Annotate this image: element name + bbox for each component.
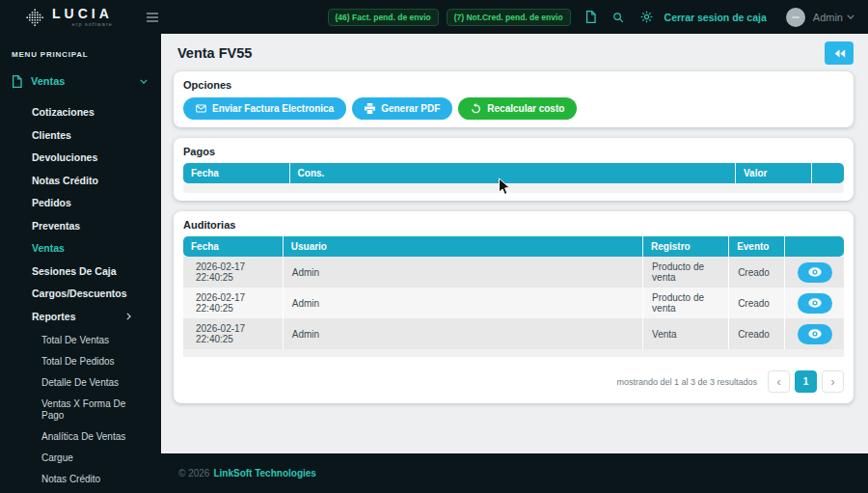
sidebar-subitem-total-de-pedidos[interactable]: Total De Pedidos [0, 351, 161, 372]
sidebar-subitem-total-de-ventas[interactable]: Total De Ventas [0, 330, 161, 351]
sidebar-section-label: MENU PRINCIPAL [0, 50, 161, 59]
pagos-empty-body [183, 183, 844, 193]
main-content: Venta FV55 Opciones Enviar Factura Elect… [161, 34, 868, 453]
audit-col-usuario: Usuario [283, 236, 642, 257]
sidebar-subitem-analitica-de-ventas[interactable]: Analítica De Ventas [0, 426, 161, 448]
settings-nav-button[interactable] [638, 9, 655, 25]
file-icon [585, 11, 596, 23]
envelope-icon [196, 104, 206, 113]
pagination-prev-button[interactable]: ‹ [768, 370, 790, 393]
navbar-right: (46) Fact. pend. de envio (7) Not.Cred. … [320, 8, 868, 27]
generar-pdf-button[interactable]: Generar PDF [352, 97, 452, 120]
view-audit-button[interactable] [798, 262, 832, 283]
pagos-col-valor: Valor [735, 163, 811, 183]
eye-icon [808, 329, 822, 339]
footer: © 2026 LinkSoft Technologies [161, 453, 868, 493]
sidebar-item-cotizaciones[interactable]: Cotizaciones [0, 101, 161, 124]
pagos-card: Pagos Fecha Cons. Valor [174, 138, 854, 201]
sidebar-item-reportes[interactable]: Reportes [0, 306, 161, 329]
auditorias-empty-strip [183, 349, 844, 357]
sidebar-parent-toggle [140, 79, 148, 84]
audit-cell-fecha: 2026-02-17 22:40:25 [183, 288, 283, 318]
brand-text: LUCIA erp software [52, 7, 113, 27]
facturas-pendientes-badge[interactable]: (46) Fact. pend. de envio [328, 9, 439, 26]
footer-copyright: © 2026 [178, 468, 209, 479]
recalcular-costo-button[interactable]: Recalcular costo [458, 97, 577, 120]
printer-icon [365, 103, 375, 114]
user-menu-toggle[interactable] [847, 14, 854, 19]
view-audit-button[interactable] [798, 324, 832, 344]
pagination-next-button[interactable]: › [822, 370, 844, 393]
diamond-dots-logo-icon [24, 7, 45, 28]
fast-backward-icon [833, 48, 846, 59]
sidebar-item-notas-credito[interactable]: Notas Crédito [0, 170, 161, 193]
audit-cell-evento: Creado [728, 257, 784, 288]
audit-cell-usuario: Admin [283, 288, 642, 318]
hamburger-icon [147, 13, 158, 22]
sidebar-subitem-cargue[interactable]: Cargue [0, 448, 161, 469]
user-avatar[interactable] [786, 8, 805, 27]
audit-col-fecha: Fecha [183, 236, 283, 257]
sidebar-item-devoluciones[interactable]: Devoluciones [0, 147, 161, 170]
sidebar-item-cargos-descuentos[interactable]: Cargos/Descuentos [0, 283, 161, 306]
pagos-title: Pagos [183, 146, 844, 157]
pagination-page-button[interactable]: 1 [795, 370, 817, 393]
sidebar-item-ventas[interactable]: Ventas [0, 237, 161, 260]
pagos-header-row: Fecha Cons. Valor [183, 163, 844, 183]
auditorias-header-row: Fecha Usuario Registro Evento [183, 236, 844, 257]
eye-icon [808, 267, 822, 277]
footer-company-link[interactable]: LinkSoft Technologies [213, 468, 315, 479]
enviar-factura-electronica-button[interactable]: Enviar Factura Electronica [183, 97, 346, 120]
auditorias-card: Auditorias Fecha Usuario Registro Evento… [174, 211, 854, 403]
notas-credito-pendientes-badge[interactable]: (7) Not.Cred. pend. de envio [447, 9, 571, 26]
audit-cell-action [784, 257, 844, 288]
brand-logo[interactable]: LUCIA erp software [0, 7, 143, 28]
button-label: Generar PDF [381, 103, 440, 114]
pagos-col-fecha: Fecha [183, 163, 289, 183]
page-title: Venta FV55 [177, 45, 252, 61]
eye-icon [808, 298, 822, 308]
sidebar-subitem-detalle-de-ventas[interactable]: Detalle De Ventas [0, 372, 161, 394]
view-audit-button[interactable] [798, 293, 832, 314]
audit-cell-registro: Producto de venta [642, 288, 728, 318]
reportes-expand [126, 313, 131, 320]
sidebar: MENU PRINCIPAL Ventas CotizacionesClient… [0, 34, 161, 493]
audit-col-actions [784, 236, 844, 257]
search-icon [612, 12, 624, 23]
pagination: mostrando del 1 al 3 de 3 resultados ‹ 1… [183, 370, 844, 396]
document-icon [12, 75, 22, 88]
collapse-panel-button[interactable] [825, 41, 854, 65]
sidebar-toggle-button[interactable] [143, 9, 162, 26]
sidebar-item-ventas-parent[interactable]: Ventas [0, 73, 161, 89]
sidebar-parent-label: Ventas [31, 75, 65, 87]
audit-cell-evento: Creado [728, 318, 784, 349]
user-menu-label[interactable]: Admin [813, 12, 843, 23]
auditorias-table: Fecha Usuario Registro Evento 2026-02-17… [183, 236, 844, 349]
sidebar-subitem-notas-credito[interactable]: Notas Crédito [0, 469, 161, 490]
gear-icon [640, 11, 653, 23]
top-navbar: LUCIA erp software (46) Fact. pend. de e… [0, 0, 868, 34]
sidebar-menu-list: CotizacionesClientesDevolucionesNotas Cr… [0, 101, 161, 306]
document-nav-button[interactable] [583, 9, 598, 25]
cerrar-sesion-caja-link[interactable]: Cerrar sesion de caja [665, 12, 767, 23]
sidebar-subitem-ventas-x-forma-de-pago[interactable]: Ventas X Forma De Pago [0, 394, 161, 426]
app-root: LUCIA erp software (46) Fact. pend. de e… [0, 0, 868, 493]
search-nav-button[interactable] [610, 10, 626, 25]
page-header: Venta FV55 [161, 34, 868, 71]
audit-cell-usuario: Admin [283, 257, 642, 288]
sidebar-item-pedidos[interactable]: Pedidos [0, 192, 161, 215]
brand-name: LUCIA [52, 7, 113, 20]
audit-cell-usuario: Admin [283, 318, 642, 349]
button-label: Enviar Factura Electronica [212, 103, 334, 114]
button-label: Recalcular costo [487, 103, 564, 114]
audit-cell-fecha: 2026-02-17 22:40:25 [183, 318, 283, 349]
opciones-title: Opciones [183, 79, 844, 91]
sidebar-item-preventas[interactable]: Preventas [0, 215, 161, 238]
sidebar-item-clientes[interactable]: Clientes [0, 124, 161, 148]
audit-cell-registro: Producto de venta [642, 257, 728, 288]
reportes-label: Reportes [32, 311, 76, 322]
brand-tagline: erp software [72, 21, 113, 27]
sidebar-item-sesiones-de-caja[interactable]: Sesiones De Caja [0, 260, 161, 284]
pagination-summary: mostrando del 1 al 3 de 3 resultados [616, 377, 757, 387]
audit-cell-fecha: 2026-02-17 22:40:25 [183, 257, 283, 288]
